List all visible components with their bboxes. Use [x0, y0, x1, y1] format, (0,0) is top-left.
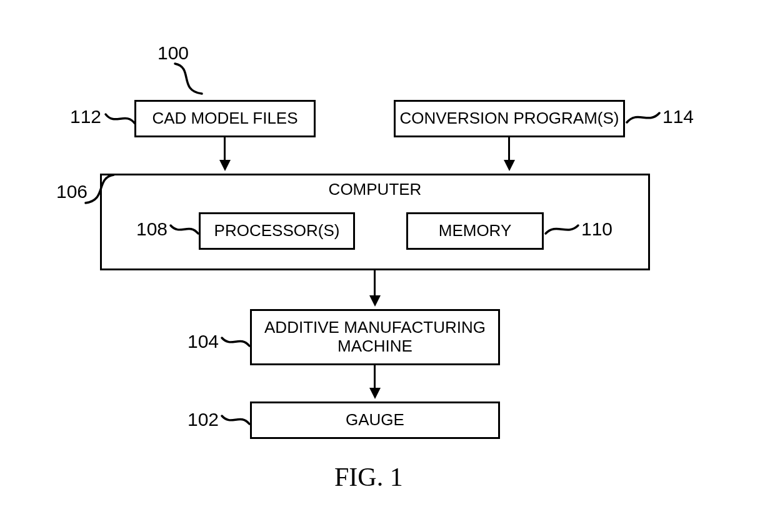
box-memory: MEMORY	[406, 212, 544, 250]
leader-112	[104, 112, 138, 131]
arrow-computer-to-additive-head	[369, 295, 381, 307]
arrow-cad-to-computer-head	[219, 160, 231, 171]
ref-114: 114	[662, 106, 694, 127]
leader-102	[220, 414, 251, 433]
ref-104: 104	[188, 331, 219, 352]
arrow-additive-to-gauge-head	[369, 388, 381, 399]
box-gauge: GAUGE	[250, 401, 500, 439]
ref-102: 102	[188, 409, 219, 430]
arrow-conv-to-computer-head	[504, 160, 515, 171]
arrow-computer-to-additive-line	[374, 270, 376, 297]
box-processors-label: PROCESSOR(S)	[214, 222, 340, 240]
ref-110: 110	[581, 219, 612, 240]
figure-caption: FIG. 1	[334, 462, 403, 492]
leader-100	[172, 62, 209, 97]
leader-114	[625, 111, 662, 130]
box-additive-label: ADDITIVE MANUFACTURING MACHINE	[264, 318, 486, 356]
leader-108	[169, 224, 200, 317]
diagram-canvas: 100 CAD MODEL FILES 112 CONVERSION PROGR…	[0, 0, 775, 532]
leader-110	[544, 224, 580, 242]
box-additive-machine: ADDITIVE MANUFACTURING MACHINE	[250, 309, 500, 365]
ref-100: 100	[158, 42, 189, 64]
box-processors: PROCESSOR(S)	[199, 212, 355, 250]
box-memory-label: MEMORY	[439, 222, 512, 240]
box-cad-model-files: CAD MODEL FILES	[134, 100, 316, 137]
arrow-cad-to-computer-line	[224, 137, 226, 161]
box-gauge-label: GAUGE	[346, 411, 404, 430]
leader-106	[82, 172, 117, 206]
box-computer-label: COMPUTER	[102, 180, 648, 199]
leader-104	[220, 336, 251, 355]
ref-112: 112	[70, 106, 101, 127]
box-conversion-label: CONVERSION PROGRAM(S)	[399, 109, 619, 128]
arrow-conv-to-computer-line	[508, 137, 510, 161]
box-conversion-programs: CONVERSION PROGRAM(S)	[394, 100, 625, 137]
ref-108: 108	[136, 219, 168, 240]
arrow-additive-to-gauge-line	[374, 365, 376, 389]
box-cad-label: CAD MODEL FILES	[152, 109, 298, 128]
